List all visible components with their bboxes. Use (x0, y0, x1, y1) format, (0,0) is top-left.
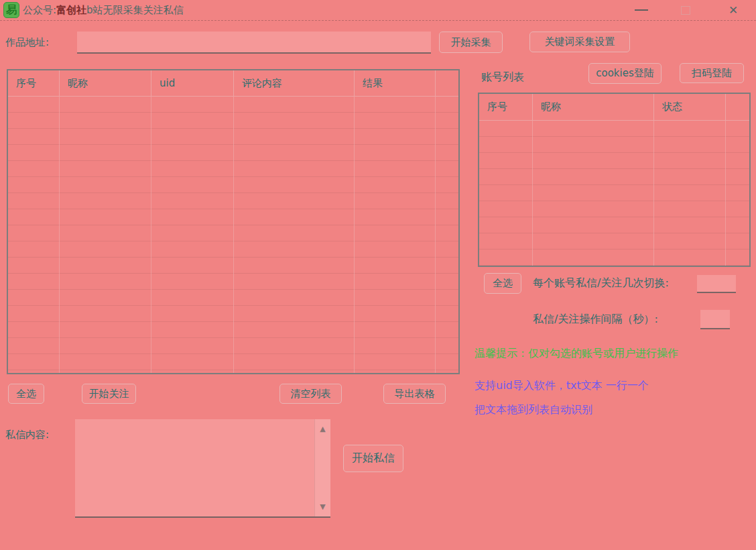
start-collect-button[interactable]: 开始采集 (439, 32, 503, 53)
keyword-collect-settings-button[interactable]: 关键词采集设置 (529, 32, 630, 52)
column-header-index: 序号 (479, 94, 533, 120)
account-table-body[interactable] (479, 121, 749, 266)
column-header-comment: 评论内容 (234, 70, 355, 96)
qr-code-login-button[interactable]: 扫码登陆 (680, 63, 744, 83)
cookies-login-button[interactable]: cookies登陆 (588, 63, 662, 84)
title-suffix: b站无限采集关注私信 (86, 4, 184, 16)
title-brand: 富创社 (56, 4, 86, 16)
body-column (479, 121, 533, 266)
body-column (8, 97, 60, 373)
body-column (654, 121, 726, 266)
titlebar-separator (0, 20, 756, 21)
account-select-all-button[interactable]: 全选 (484, 273, 521, 294)
body-column (60, 97, 151, 373)
minimize-icon (635, 9, 648, 11)
column-header-nickname: 昵称 (533, 94, 654, 120)
body-column (355, 97, 436, 373)
switch-count-input[interactable] (697, 275, 736, 293)
interval-label: 私信/关注操作间隔（秒）: (533, 313, 658, 327)
dm-scrollbar[interactable]: ▲ ▼ (314, 419, 330, 516)
close-icon: ✕ (729, 5, 738, 16)
maximize-button[interactable] (671, 0, 700, 20)
column-header-index: 序号 (8, 70, 60, 96)
close-button[interactable]: ✕ (718, 0, 748, 20)
minimize-button[interactable] (627, 0, 656, 20)
account-list-title: 账号列表 (481, 70, 524, 85)
column-header-result: 结果 (355, 70, 436, 96)
maximize-icon (681, 6, 690, 15)
scroll-up-icon[interactable]: ▲ (315, 425, 330, 433)
account-table-header: 序号 昵称 状态 (479, 94, 749, 121)
clear-list-button[interactable]: 清空列表 (279, 384, 342, 404)
title-prefix: 公众号: (23, 4, 56, 16)
warm-tip-text: 温馨提示：仅对勾选的账号或用户进行操作 (475, 347, 678, 361)
body-column (234, 97, 355, 373)
column-header-nickname: 昵称 (60, 70, 151, 96)
titlebar: 易 公众号:富创社b站无限采集关注私信 ✕ (0, 0, 756, 20)
dm-content-textarea[interactable] (75, 419, 314, 516)
comment-table-header: 序号 昵称 uid 评论内容 结果 (8, 70, 458, 97)
uid-import-hint-text: 支持uid导入软件，txt文本 一行一个 (475, 379, 649, 393)
body-column (436, 97, 458, 373)
column-header-status: 状态 (654, 94, 726, 120)
start-dm-button[interactable]: 开始私信 (343, 445, 403, 472)
url-label: 作品地址: (5, 36, 49, 49)
account-table[interactable]: 序号 昵称 状态 (478, 93, 751, 267)
select-all-button[interactable]: 全选 (8, 384, 44, 404)
column-header-extra (726, 94, 749, 120)
comment-table[interactable]: 序号 昵称 uid 评论内容 结果 (7, 69, 460, 374)
dm-content-box: ▲ ▼ (75, 419, 330, 518)
url-input[interactable] (77, 32, 431, 54)
scroll-down-icon[interactable]: ▼ (315, 502, 330, 511)
comment-table-body[interactable] (8, 97, 458, 373)
start-follow-button[interactable]: 开始关注 (82, 384, 136, 404)
switch-count-label: 每个账号私信/关注几次切换: (533, 276, 669, 290)
app-window: 易 公众号:富创社b站无限采集关注私信 ✕ 作品地址: 开始采集 关键词采集设置… (0, 0, 756, 550)
body-column (533, 121, 654, 266)
interval-input[interactable] (700, 310, 730, 329)
export-table-button[interactable]: 导出表格 (383, 384, 446, 404)
window-title: 公众号:富创社b站无限采集关注私信 (23, 0, 184, 20)
column-header-extra (436, 70, 458, 96)
body-column (726, 121, 749, 266)
dm-content-label: 私信内容: (5, 429, 49, 441)
column-header-uid: uid (151, 70, 234, 96)
app-icon: 易 (3, 2, 19, 18)
drag-hint-text: 把文本拖到列表自动识别 (475, 403, 592, 417)
body-column (151, 97, 234, 373)
